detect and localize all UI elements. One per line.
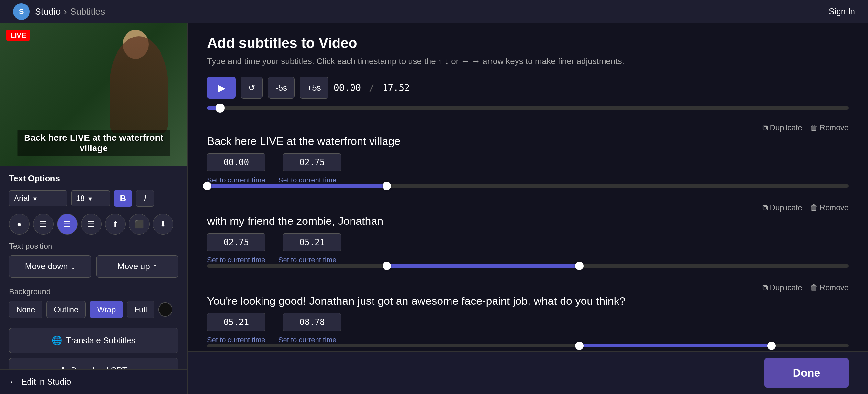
align-bottom-button[interactable]: ⬇ bbox=[153, 214, 174, 234]
move-down-icon: ↓ bbox=[71, 261, 75, 271]
subtitle-timing: – bbox=[207, 233, 848, 251]
replay-button[interactable]: ↺ bbox=[241, 77, 263, 99]
align-top-button[interactable]: ⬆ bbox=[105, 214, 126, 234]
minus5-button[interactable]: -5s bbox=[268, 77, 294, 99]
start-time-input[interactable] bbox=[207, 313, 266, 331]
left-scrollable: Text Options Arial 18 B I ● ☰ ☰ ☰ bbox=[0, 166, 187, 369]
slider-track bbox=[387, 264, 579, 267]
remove-icon: 🗑 bbox=[810, 203, 818, 212]
text-options-title: Text Options bbox=[9, 173, 178, 184]
end-time-input[interactable] bbox=[283, 313, 341, 331]
remove-button[interactable]: 🗑 Remove bbox=[810, 203, 848, 212]
bg-wrap-button[interactable]: Wrap bbox=[90, 301, 123, 318]
time-dash: – bbox=[272, 317, 276, 327]
set-end-link[interactable]: Set to current time bbox=[278, 256, 337, 264]
align-middle-button[interactable]: ⬛ bbox=[129, 214, 150, 234]
subtitle-list: ⧉ Duplicate 🗑 Remove Back here LIVE at t… bbox=[188, 120, 868, 351]
download-icon: ⬇ bbox=[60, 365, 67, 369]
remove-icon: 🗑 bbox=[810, 123, 818, 132]
replay-icon: ↺ bbox=[248, 83, 255, 93]
move-up-label: Move up bbox=[118, 261, 150, 271]
end-time-input[interactable] bbox=[283, 233, 341, 251]
slider-right-thumb[interactable] bbox=[767, 341, 776, 350]
header: S Studio › Subtitles Sign In bbox=[0, 0, 868, 23]
page-title: Add subtitles to Video bbox=[207, 35, 848, 51]
set-time-row: Set to current time Set to current time bbox=[207, 176, 848, 185]
position-buttons: Move down ↓ Move up ↑ bbox=[9, 255, 178, 277]
move-up-icon: ↑ bbox=[153, 261, 157, 271]
sign-in-button[interactable]: Sign In bbox=[829, 6, 855, 17]
set-start-link[interactable]: Set to current time bbox=[207, 176, 266, 185]
edit-studio-label: Edit in Studio bbox=[21, 377, 71, 387]
play-icon: ▶ bbox=[218, 82, 225, 94]
duplicate-label: Duplicate bbox=[770, 123, 802, 132]
bg-color-picker[interactable] bbox=[158, 302, 173, 317]
done-button[interactable]: Done bbox=[765, 358, 848, 388]
video-caption: Back here LIVE at the waterfront village bbox=[18, 130, 170, 156]
download-label: Download SRT bbox=[71, 365, 127, 369]
slider-left-thumb[interactable] bbox=[382, 262, 391, 270]
subtitle-actions: ⧉ Duplicate 🗑 Remove bbox=[207, 283, 848, 292]
plus5-label: +5s bbox=[307, 83, 321, 93]
bold-button[interactable]: B bbox=[114, 190, 132, 207]
remove-label: Remove bbox=[820, 123, 848, 132]
slider-left-thumb[interactable] bbox=[575, 341, 584, 350]
text-position-label: Text position bbox=[9, 242, 178, 251]
play-button[interactable]: ▶ bbox=[207, 77, 236, 99]
move-down-button[interactable]: Move down ↓ bbox=[9, 255, 91, 277]
move-down-label: Move down bbox=[25, 261, 68, 271]
bg-none-button[interactable]: None bbox=[9, 301, 42, 318]
align-right-button[interactable]: ☰ bbox=[81, 214, 102, 234]
subtitle-text: Back here LIVE at the waterfront village bbox=[207, 135, 848, 147]
time-dash: – bbox=[272, 158, 276, 168]
video-preview: LIVE Back here LIVE at the waterfront vi… bbox=[0, 23, 187, 166]
subtitle-slider[interactable] bbox=[207, 185, 848, 188]
duplicate-icon: ⧉ bbox=[763, 283, 768, 292]
duplicate-button[interactable]: ⧉ Duplicate bbox=[763, 123, 802, 132]
italic-button[interactable]: I bbox=[136, 190, 154, 207]
move-up-button[interactable]: Move up ↑ bbox=[96, 255, 179, 277]
timeline-thumb[interactable] bbox=[216, 103, 225, 112]
left-panel: LIVE Back here LIVE at the waterfront vi… bbox=[0, 23, 188, 394]
slider-track bbox=[579, 344, 772, 348]
font-family-select[interactable]: Arial bbox=[9, 190, 67, 206]
duplicate-button[interactable]: ⧉ Duplicate bbox=[763, 283, 802, 292]
set-end-link[interactable]: Set to current time bbox=[278, 176, 337, 185]
timeline-bar[interactable] bbox=[207, 106, 848, 110]
minus5-label: -5s bbox=[275, 83, 287, 93]
translate-subtitles-button[interactable]: 🌐 Translate Subtitles bbox=[9, 328, 178, 353]
plus5-button[interactable]: +5s bbox=[300, 77, 329, 99]
set-start-link[interactable]: Set to current time bbox=[207, 256, 266, 264]
align-left-button[interactable]: ☰ bbox=[33, 214, 54, 234]
end-time-input[interactable] bbox=[283, 153, 341, 171]
align-center-button[interactable]: ☰ bbox=[57, 214, 78, 234]
edit-in-studio-button[interactable]: ← Edit in Studio bbox=[0, 369, 187, 394]
remove-button[interactable]: 🗑 Remove bbox=[810, 283, 848, 292]
set-end-link[interactable]: Set to current time bbox=[278, 336, 337, 344]
duplicate-label: Duplicate bbox=[770, 283, 802, 292]
table-row: ⧉ Duplicate 🗑 Remove You're looking good… bbox=[207, 283, 848, 348]
download-srt-button[interactable]: ⬇ Download SRT bbox=[9, 358, 178, 369]
slider-left-thumb[interactable] bbox=[203, 182, 211, 190]
start-time-input[interactable] bbox=[207, 233, 266, 251]
set-start-link[interactable]: Set to current time bbox=[207, 336, 266, 344]
done-footer: Done bbox=[188, 351, 868, 394]
slider-right-thumb[interactable] bbox=[575, 262, 584, 270]
subtitle-slider[interactable] bbox=[207, 264, 848, 267]
main-layout: LIVE Back here LIVE at the waterfront vi… bbox=[0, 23, 868, 394]
studio-link[interactable]: Studio bbox=[35, 6, 61, 17]
subtitle-text: You're looking good! Jonathan just got a… bbox=[207, 295, 848, 307]
font-size-select[interactable]: 18 bbox=[71, 190, 110, 206]
bg-outline-button[interactable]: Outline bbox=[46, 301, 86, 318]
duplicate-button[interactable]: ⧉ Duplicate bbox=[763, 203, 802, 212]
translate-icon: 🌐 bbox=[52, 335, 62, 346]
align-circle-button[interactable]: ● bbox=[9, 214, 30, 234]
slider-right-thumb[interactable] bbox=[382, 182, 391, 190]
font-controls: Arial 18 B I bbox=[9, 190, 178, 207]
start-time-input[interactable] bbox=[207, 153, 266, 171]
subtitle-slider[interactable] bbox=[207, 344, 848, 348]
bg-full-button[interactable]: Full bbox=[127, 301, 154, 318]
remove-button[interactable]: 🗑 Remove bbox=[810, 123, 848, 132]
time-total: 17.52 bbox=[382, 83, 410, 93]
playback-controls: ▶ ↺ -5s +5s 00.00 / 17.52 bbox=[188, 77, 868, 106]
